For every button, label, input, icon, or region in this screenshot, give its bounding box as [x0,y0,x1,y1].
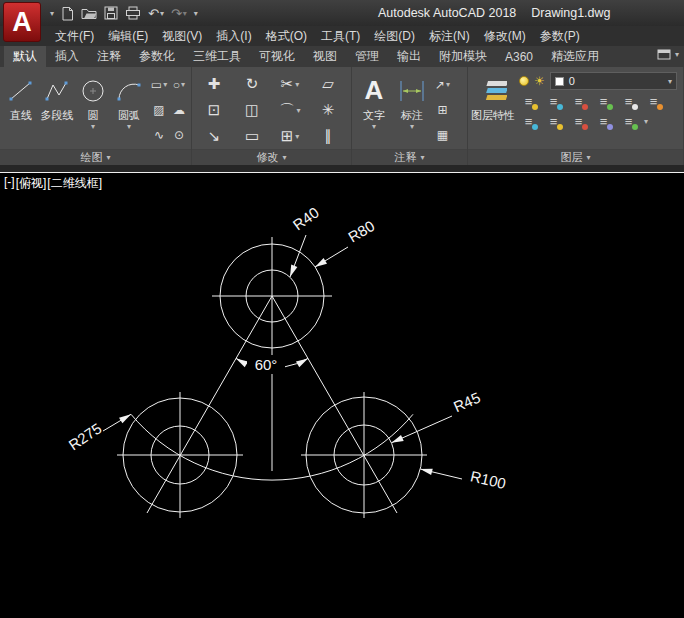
explode-icon[interactable]: ✳ [309,97,347,123]
tab-output[interactable]: 输出 [388,46,430,67]
dim-angle-text[interactable]: 60° [255,356,278,373]
redo-button[interactable]: ↷▾ [171,6,187,21]
stretch-icon[interactable]: ↘ [195,123,233,149]
chevron-down-icon[interactable]: ▾ [91,122,95,131]
rotate-icon[interactable]: ↻ [233,71,271,97]
menu-modify[interactable]: 修改(M) [477,26,533,47]
qat-customize-caret-icon[interactable]: ▾ [194,9,198,18]
dimension-button[interactable]: 标注 ▾ [393,69,431,131]
menu-dimension[interactable]: 标注(N) [422,26,477,47]
spline-icon[interactable]: ∿ [149,122,169,147]
array-icon[interactable]: ⊞▾ [271,123,309,149]
layer-lock-icon[interactable]: ≡ [594,93,613,110]
dim-r40-text[interactable]: R40 [290,204,322,234]
scale-icon[interactable]: ▭ [233,123,271,149]
polyline-icon [44,79,70,103]
tab-addins[interactable]: 附加模块 [430,46,496,67]
text-button[interactable]: A 文字 ▾ [355,69,393,131]
new-file-button[interactable] [61,6,74,21]
menu-edit[interactable]: 编辑(E) [101,26,155,47]
layers-panel-label[interactable]: 图层▾ [468,149,683,165]
layer-delete-icon[interactable]: ≡ [569,113,588,130]
chevron-down-icon[interactable]: ▾ [127,122,131,131]
viewport-visual-style-control[interactable]: [二维线框] [47,175,102,192]
tab-annotate[interactable]: 注释 [88,46,130,67]
center-lines[interactable] [117,237,427,518]
fillet-icon[interactable]: ⌒▾ [271,97,309,123]
chevron-down-icon[interactable]: ▾ [410,122,414,131]
circle-button[interactable]: 圆 ▾ [75,69,111,131]
layer-isolate-icon[interactable]: ≡ [544,93,563,110]
menu-file[interactable]: 文件(F) [48,26,101,47]
menu-insert[interactable]: 插入(I) [209,26,258,47]
ellipse-icon[interactable]: ○▾ [169,72,189,97]
save-button[interactable] [104,6,118,20]
hatch-icon[interactable]: ▨ [149,97,169,122]
menu-tools[interactable]: 工具(T) [314,26,367,47]
menu-format[interactable]: 格式(O) [259,26,314,47]
layer-properties-button[interactable]: 图层特性 [471,69,515,122]
drawing-area[interactable]: [-] [俯视] [二维线框] [0,172,684,618]
line-button[interactable]: 直线 [3,69,39,122]
layer-more-caret-icon[interactable]: ▾ [644,117,648,126]
layer-off-icon[interactable]: ≡ [519,93,538,110]
window-title: Autodesk AutoCAD 2018 Drawing1.dwg [378,0,611,26]
annotation-panel-label[interactable]: 注释▾ [352,149,467,165]
dim-r100-text[interactable]: R100 [469,467,508,492]
tab-visualize[interactable]: 可视化 [250,46,304,67]
polyline-button[interactable]: 多段线 [39,69,75,122]
arc-button[interactable]: 圆弧 ▾ [111,69,147,131]
mirror-icon[interactable]: ◫ [233,97,271,123]
plot-button[interactable] [125,6,141,20]
cad-drawing[interactable]: 60° R40 R80 R275 R45 R100 [0,173,684,618]
layer-freeze-icon[interactable]: ≡ [569,93,588,110]
autocad-logo[interactable]: A [3,2,41,42]
layer-on-bulb-icon[interactable] [519,76,529,86]
leader-icon[interactable]: ↗▾ [435,72,450,97]
chevron-down-icon[interactable]: ▾ [372,122,376,131]
draw-panel-label[interactable]: 绘图▾ [0,149,191,165]
dim-r45-text[interactable]: R45 [451,389,483,416]
layer-unisolate-icon[interactable]: ≡ [519,113,538,130]
copy-icon[interactable]: ⊡ [195,97,233,123]
layer-fade-icon[interactable]: ≡ [594,113,613,130]
layer-match-icon[interactable]: ≡ [619,93,638,110]
tab-parametric[interactable]: 参数化 [130,46,184,67]
layer-merge-icon[interactable]: ≡ [544,113,563,130]
tab-3dtools[interactable]: 三维工具 [184,46,250,67]
tab-manage[interactable]: 管理 [346,46,388,67]
tab-featured-apps[interactable]: 精选应用 [542,46,608,67]
layer-select-dropdown[interactable]: 0 ▾ [550,72,677,90]
ribbon-display-caret-icon[interactable]: ▾ [675,50,679,59]
table-icon[interactable]: ⊞ [435,97,450,122]
app-menu-caret-icon[interactable]: ▾ [50,9,54,18]
ribbon-display-icon[interactable] [657,49,671,60]
move-icon[interactable]: ✚ [195,71,233,97]
rectangle-icon[interactable]: ▭▾ [149,72,169,97]
markup-icon[interactable]: ▦ [435,122,450,147]
trim-icon[interactable]: ✂▾ [271,71,309,97]
layer-freeze-sun-icon[interactable]: ☀ [534,74,545,88]
dim-r80-text[interactable]: R80 [345,217,377,246]
menubar: 文件(F) 编辑(E) 视图(V) 插入(I) 格式(O) 工具(T) 绘图(D… [0,26,684,46]
open-file-button[interactable] [81,7,97,20]
modify-panel-label[interactable]: 修改▾ [192,149,351,165]
layer-settings-icon[interactable]: ≡ [619,113,638,130]
point-icon[interactable]: ⊙ [169,122,189,147]
undo-button[interactable]: ↶▾ [148,6,164,21]
menu-draw[interactable]: 绘图(D) [367,26,422,47]
dim-r275-text[interactable]: R275 [65,419,104,453]
tab-insert[interactable]: 插入 [46,46,88,67]
revision-cloud-icon[interactable]: ☁ [169,97,189,122]
offset-icon[interactable]: ∥ [309,123,347,149]
tab-home[interactable]: 默认 [4,46,46,67]
erase-icon[interactable]: ▱ [309,71,347,97]
tab-a360[interactable]: A360 [496,46,542,67]
viewport-menu-control[interactable]: [-] [4,175,15,192]
tab-view[interactable]: 视图 [304,46,346,67]
layer-walk-icon[interactable]: ≡ [644,93,663,110]
layer-color-swatch [555,77,564,86]
viewport-view-control[interactable]: [俯视] [16,175,47,192]
menu-view[interactable]: 视图(V) [155,26,209,47]
menu-parametric[interactable]: 参数(P) [533,26,587,47]
